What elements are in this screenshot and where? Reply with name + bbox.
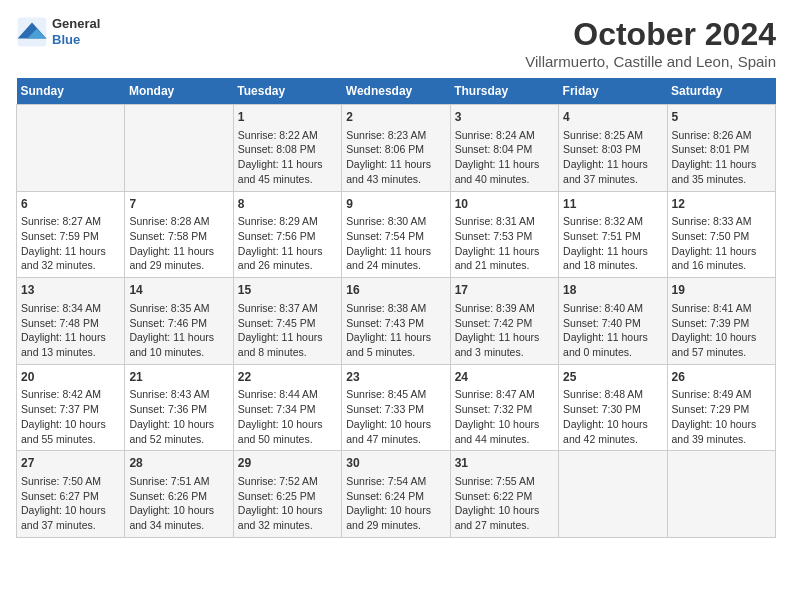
day-info: Sunrise: 8:35 AMSunset: 7:46 PMDaylight:… <box>129 301 228 360</box>
day-number: 4 <box>563 109 662 126</box>
day-number: 18 <box>563 282 662 299</box>
day-number: 20 <box>21 369 120 386</box>
day-number: 5 <box>672 109 771 126</box>
day-info: Sunrise: 8:23 AMSunset: 8:06 PMDaylight:… <box>346 128 445 187</box>
calendar-cell: 31Sunrise: 7:55 AMSunset: 6:22 PMDayligh… <box>450 451 558 538</box>
calendar-cell: 10Sunrise: 8:31 AMSunset: 7:53 PMDayligh… <box>450 191 558 278</box>
day-number: 16 <box>346 282 445 299</box>
day-info: Sunrise: 8:41 AMSunset: 7:39 PMDaylight:… <box>672 301 771 360</box>
calendar-week-2: 6Sunrise: 8:27 AMSunset: 7:59 PMDaylight… <box>17 191 776 278</box>
calendar-cell: 3Sunrise: 8:24 AMSunset: 8:04 PMDaylight… <box>450 105 558 192</box>
day-number: 25 <box>563 369 662 386</box>
title-block: October 2024 Villarmuerto, Castille and … <box>525 16 776 70</box>
calendar-cell: 1Sunrise: 8:22 AMSunset: 8:08 PMDaylight… <box>233 105 341 192</box>
day-info: Sunrise: 8:33 AMSunset: 7:50 PMDaylight:… <box>672 214 771 273</box>
day-number: 12 <box>672 196 771 213</box>
weekday-header-friday: Friday <box>559 78 667 105</box>
logo-general: General <box>52 16 100 32</box>
day-info: Sunrise: 8:32 AMSunset: 7:51 PMDaylight:… <box>563 214 662 273</box>
logo-text: General Blue <box>52 16 100 47</box>
day-info: Sunrise: 7:52 AMSunset: 6:25 PMDaylight:… <box>238 474 337 533</box>
day-info: Sunrise: 8:31 AMSunset: 7:53 PMDaylight:… <box>455 214 554 273</box>
day-number: 10 <box>455 196 554 213</box>
day-info: Sunrise: 8:49 AMSunset: 7:29 PMDaylight:… <box>672 387 771 446</box>
calendar-cell: 17Sunrise: 8:39 AMSunset: 7:42 PMDayligh… <box>450 278 558 365</box>
day-number: 19 <box>672 282 771 299</box>
logo-icon <box>16 16 48 48</box>
calendar-cell: 21Sunrise: 8:43 AMSunset: 7:36 PMDayligh… <box>125 364 233 451</box>
calendar-cell: 19Sunrise: 8:41 AMSunset: 7:39 PMDayligh… <box>667 278 775 365</box>
location-title: Villarmuerto, Castille and Leon, Spain <box>525 53 776 70</box>
day-number: 27 <box>21 455 120 472</box>
day-number: 31 <box>455 455 554 472</box>
day-number: 1 <box>238 109 337 126</box>
day-number: 23 <box>346 369 445 386</box>
logo: General Blue <box>16 16 100 48</box>
day-number: 21 <box>129 369 228 386</box>
day-info: Sunrise: 7:51 AMSunset: 6:26 PMDaylight:… <box>129 474 228 533</box>
calendar-cell <box>667 451 775 538</box>
day-info: Sunrise: 8:47 AMSunset: 7:32 PMDaylight:… <box>455 387 554 446</box>
day-info: Sunrise: 7:50 AMSunset: 6:27 PMDaylight:… <box>21 474 120 533</box>
day-number: 3 <box>455 109 554 126</box>
day-number: 7 <box>129 196 228 213</box>
calendar-week-1: 1Sunrise: 8:22 AMSunset: 8:08 PMDaylight… <box>17 105 776 192</box>
calendar-cell: 25Sunrise: 8:48 AMSunset: 7:30 PMDayligh… <box>559 364 667 451</box>
month-title: October 2024 <box>525 16 776 53</box>
calendar-cell: 24Sunrise: 8:47 AMSunset: 7:32 PMDayligh… <box>450 364 558 451</box>
calendar-cell: 29Sunrise: 7:52 AMSunset: 6:25 PMDayligh… <box>233 451 341 538</box>
day-info: Sunrise: 8:24 AMSunset: 8:04 PMDaylight:… <box>455 128 554 187</box>
day-info: Sunrise: 8:37 AMSunset: 7:45 PMDaylight:… <box>238 301 337 360</box>
weekday-header-monday: Monday <box>125 78 233 105</box>
calendar-cell: 12Sunrise: 8:33 AMSunset: 7:50 PMDayligh… <box>667 191 775 278</box>
day-number: 14 <box>129 282 228 299</box>
day-info: Sunrise: 8:26 AMSunset: 8:01 PMDaylight:… <box>672 128 771 187</box>
day-info: Sunrise: 7:54 AMSunset: 6:24 PMDaylight:… <box>346 474 445 533</box>
calendar-cell: 15Sunrise: 8:37 AMSunset: 7:45 PMDayligh… <box>233 278 341 365</box>
calendar-cell: 4Sunrise: 8:25 AMSunset: 8:03 PMDaylight… <box>559 105 667 192</box>
day-info: Sunrise: 8:39 AMSunset: 7:42 PMDaylight:… <box>455 301 554 360</box>
weekday-header-tuesday: Tuesday <box>233 78 341 105</box>
calendar-cell: 28Sunrise: 7:51 AMSunset: 6:26 PMDayligh… <box>125 451 233 538</box>
calendar-cell: 26Sunrise: 8:49 AMSunset: 7:29 PMDayligh… <box>667 364 775 451</box>
day-number: 13 <box>21 282 120 299</box>
day-number: 29 <box>238 455 337 472</box>
logo-blue: Blue <box>52 32 100 48</box>
day-number: 15 <box>238 282 337 299</box>
calendar-cell <box>125 105 233 192</box>
calendar-cell: 5Sunrise: 8:26 AMSunset: 8:01 PMDaylight… <box>667 105 775 192</box>
calendar-cell: 23Sunrise: 8:45 AMSunset: 7:33 PMDayligh… <box>342 364 450 451</box>
day-info: Sunrise: 8:30 AMSunset: 7:54 PMDaylight:… <box>346 214 445 273</box>
day-number: 30 <box>346 455 445 472</box>
calendar-cell: 22Sunrise: 8:44 AMSunset: 7:34 PMDayligh… <box>233 364 341 451</box>
day-number: 22 <box>238 369 337 386</box>
calendar-cell: 16Sunrise: 8:38 AMSunset: 7:43 PMDayligh… <box>342 278 450 365</box>
weekday-header-sunday: Sunday <box>17 78 125 105</box>
calendar-cell: 6Sunrise: 8:27 AMSunset: 7:59 PMDaylight… <box>17 191 125 278</box>
day-number: 8 <box>238 196 337 213</box>
day-number: 6 <box>21 196 120 213</box>
calendar-week-4: 20Sunrise: 8:42 AMSunset: 7:37 PMDayligh… <box>17 364 776 451</box>
day-info: Sunrise: 8:25 AMSunset: 8:03 PMDaylight:… <box>563 128 662 187</box>
day-info: Sunrise: 8:22 AMSunset: 8:08 PMDaylight:… <box>238 128 337 187</box>
day-info: Sunrise: 8:43 AMSunset: 7:36 PMDaylight:… <box>129 387 228 446</box>
weekday-header-thursday: Thursday <box>450 78 558 105</box>
day-info: Sunrise: 7:55 AMSunset: 6:22 PMDaylight:… <box>455 474 554 533</box>
day-info: Sunrise: 8:38 AMSunset: 7:43 PMDaylight:… <box>346 301 445 360</box>
calendar-cell <box>17 105 125 192</box>
calendar-week-3: 13Sunrise: 8:34 AMSunset: 7:48 PMDayligh… <box>17 278 776 365</box>
calendar-cell: 30Sunrise: 7:54 AMSunset: 6:24 PMDayligh… <box>342 451 450 538</box>
day-info: Sunrise: 8:27 AMSunset: 7:59 PMDaylight:… <box>21 214 120 273</box>
calendar-cell: 11Sunrise: 8:32 AMSunset: 7:51 PMDayligh… <box>559 191 667 278</box>
day-info: Sunrise: 8:42 AMSunset: 7:37 PMDaylight:… <box>21 387 120 446</box>
calendar-cell: 14Sunrise: 8:35 AMSunset: 7:46 PMDayligh… <box>125 278 233 365</box>
day-info: Sunrise: 8:34 AMSunset: 7:48 PMDaylight:… <box>21 301 120 360</box>
weekday-header-row: SundayMondayTuesdayWednesdayThursdayFrid… <box>17 78 776 105</box>
calendar-cell: 7Sunrise: 8:28 AMSunset: 7:58 PMDaylight… <box>125 191 233 278</box>
calendar-cell: 9Sunrise: 8:30 AMSunset: 7:54 PMDaylight… <box>342 191 450 278</box>
day-info: Sunrise: 8:28 AMSunset: 7:58 PMDaylight:… <box>129 214 228 273</box>
calendar-cell: 2Sunrise: 8:23 AMSunset: 8:06 PMDaylight… <box>342 105 450 192</box>
day-number: 9 <box>346 196 445 213</box>
day-number: 26 <box>672 369 771 386</box>
day-number: 17 <box>455 282 554 299</box>
